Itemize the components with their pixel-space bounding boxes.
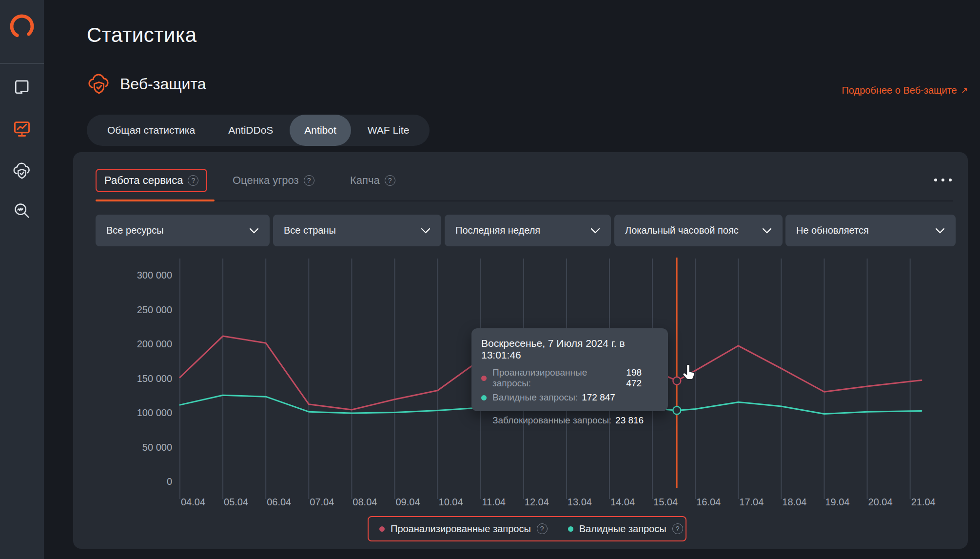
y-axis-label: 50 000 [96, 442, 172, 453]
y-axis-label: 300 000 [96, 270, 172, 281]
y-axis-label: 150 000 [96, 373, 172, 384]
legend-item-valid[interactable]: Валидные запросы ? [568, 523, 683, 535]
chart-tooltip: Воскресенье, 7 Июля 2024 г. в 13:01:46 П… [471, 328, 668, 411]
help-icon[interactable]: ? [537, 523, 548, 534]
tooltip-row-analyzed: Проанализированные запросы: 198 472 [481, 367, 658, 389]
cursor-pointer-icon [680, 363, 697, 381]
chart-legend: Проанализированные запросы ? Валидные за… [368, 516, 686, 541]
series-dot-valid [481, 395, 487, 400]
tooltip-title: Воскресенье, 7 Июля 2024 г. в 13:01:46 [481, 338, 658, 361]
tooltip-label: Проанализированные запросы: [492, 367, 622, 389]
legend-item-analyzed[interactable]: Проанализированные запросы ? [379, 523, 548, 535]
tooltip-value: 172 847 [582, 392, 615, 403]
tooltip-row-valid: Валидные запросы: 172 847 [481, 392, 658, 403]
series-dot-analyzed [379, 526, 385, 532]
help-icon[interactable]: ? [672, 523, 683, 534]
tooltip-label: Заблокированные запросы: [492, 415, 611, 426]
tooltip-divider [482, 409, 658, 409]
tooltip-label: Валидные запросы: [492, 392, 578, 403]
y-axis-label: 0 [96, 476, 172, 487]
tooltip-value: 23 816 [615, 415, 644, 426]
legend-label: Проанализированные запросы [391, 523, 531, 535]
y-axis-label: 250 000 [96, 304, 172, 316]
tooltip-value: 198 472 [626, 367, 658, 389]
legend-label: Валидные запросы [579, 523, 666, 535]
series-dot-valid [568, 526, 573, 532]
y-axis-label: 200 000 [96, 339, 172, 350]
y-axis-label: 100 000 [96, 407, 172, 419]
tooltip-row-blocked: Заблокированные запросы: 23 816 [492, 415, 658, 426]
series-dot-analyzed [481, 376, 487, 381]
